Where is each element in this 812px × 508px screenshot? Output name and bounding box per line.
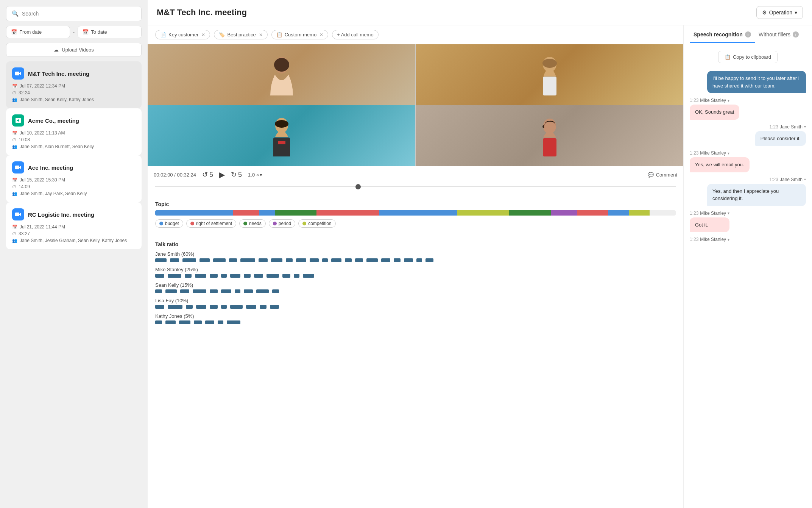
avatar-3 bbox=[148, 105, 415, 166]
svg-rect-2 bbox=[15, 166, 19, 169]
add-memo-label: + Add call memo bbox=[337, 32, 373, 38]
meeting-date-3: Jul 21, 2022 11:44 PM bbox=[20, 224, 65, 230]
tab-speech-recognition[interactable]: Speech recognition i bbox=[690, 25, 755, 43]
topic-pills: budgetright of settlementneedsperiodcomp… bbox=[155, 219, 676, 228]
bar-seg-0-9 bbox=[286, 258, 293, 262]
avatar-1 bbox=[148, 44, 415, 105]
meeting-card-2[interactable]: Ace Inc. meeting 📅Jul 15, 2022 15:30 PM … bbox=[6, 155, 142, 202]
bar-seg-1-0 bbox=[155, 274, 164, 278]
meeting-card-0[interactable]: M&T Tech Inc. meeting 📅Jul 07, 2022 12:3… bbox=[6, 61, 142, 108]
meeting-participants-2: Jane Smith, Jay Park, Sean Kelly bbox=[20, 191, 87, 196]
message-5-meta: 1:23 Jane Smith ▾ bbox=[707, 177, 806, 182]
tab-without-fillers[interactable]: Without fillers i bbox=[755, 25, 803, 43]
tag-close-1[interactable]: ✕ bbox=[259, 32, 263, 38]
bar-seg-0-5 bbox=[229, 258, 237, 262]
message-2-meta: 1:23 Mike Stanley ▾ bbox=[690, 98, 739, 103]
message-5: 1:23 Jane Smith ▾ Yes, and then I apprec… bbox=[707, 177, 806, 206]
topic-pill-4[interactable]: competition bbox=[298, 219, 335, 228]
bar-seg-3-3 bbox=[196, 305, 206, 309]
svg-rect-11 bbox=[278, 141, 285, 144]
speaker-bars-3 bbox=[155, 305, 676, 309]
meeting-card-3[interactable]: RC Logistic Inc. meeting 📅Jul 21, 2022 1… bbox=[6, 202, 142, 249]
topic-pill-3[interactable]: period bbox=[269, 219, 295, 228]
message-1: I'll be happy to send it to you later af… bbox=[707, 71, 806, 93]
speaker-list: Jane Smith (60%) Mike Stanley (25%) Sean… bbox=[155, 251, 676, 324]
comment-button[interactable]: 💬 Comment bbox=[648, 172, 677, 178]
play-button[interactable]: ▶ bbox=[219, 170, 225, 179]
speaker-row-3: Lisa Fay (10%) bbox=[155, 298, 676, 309]
meeting-title-3: RC Logistic Inc. meeting bbox=[28, 211, 94, 218]
topic-section: Topic budgetright of settlementneedsperi… bbox=[148, 197, 683, 237]
meeting-date-0: Jul 07, 2022 12:34 PM bbox=[20, 83, 65, 89]
speaker-bars-1 bbox=[155, 274, 676, 278]
bar-seg-4-3 bbox=[194, 320, 202, 324]
speaker-row-1: Mike Stanley (25%) bbox=[155, 267, 676, 278]
clipboard-button[interactable]: 📋 Copy to clipboard bbox=[718, 51, 778, 63]
svg-rect-10 bbox=[273, 138, 290, 156]
search-box[interactable]: 🔍 bbox=[6, 6, 142, 21]
bar-seg-1-3 bbox=[195, 274, 206, 278]
topic-pill-0[interactable]: budget bbox=[155, 219, 183, 228]
message-4: 1:23 Mike Stanley ▾ Yes, we will email y… bbox=[690, 150, 750, 172]
bar-seg-1-8 bbox=[254, 274, 263, 278]
tag-0[interactable]: 📄Key customer✕ bbox=[155, 30, 210, 39]
bar-seg-3-6 bbox=[230, 305, 243, 309]
bar-seg-0-15 bbox=[355, 258, 363, 262]
topic-pill-2[interactable]: needs bbox=[239, 219, 266, 228]
bar-seg-0-4 bbox=[213, 258, 226, 262]
pill-dot-0 bbox=[159, 222, 163, 225]
bar-seg-0-18 bbox=[394, 258, 401, 262]
bar-seg-0-21 bbox=[425, 258, 433, 262]
transcript-body: 📋 Copy to clipboard I'll be happy to sen… bbox=[684, 43, 812, 508]
video-cell-2 bbox=[416, 44, 683, 105]
bar-seg-0-3 bbox=[199, 258, 210, 262]
bar-seg-1-7 bbox=[244, 274, 251, 278]
speaker-bars-4 bbox=[155, 320, 676, 324]
speed-button[interactable]: 1.0 × ▾ bbox=[248, 172, 262, 178]
bar-seg-2-2 bbox=[180, 289, 189, 293]
pill-dot-1 bbox=[190, 222, 194, 225]
search-icon: 🔍 bbox=[12, 10, 19, 17]
bar-seg-0-2 bbox=[182, 258, 196, 262]
bar-seg-4-0 bbox=[155, 320, 162, 324]
pill-label-2: needs bbox=[249, 221, 262, 226]
tag-label-0: Key customer bbox=[168, 32, 198, 38]
meeting-icon-0 bbox=[12, 67, 24, 80]
meeting-title-2: Ace Inc. meeting bbox=[28, 164, 73, 171]
bar-seg-3-7 bbox=[246, 305, 256, 309]
topic-pill-1[interactable]: right of settlement bbox=[186, 219, 236, 228]
speech-info-icon: i bbox=[745, 31, 751, 38]
message-3-meta: 1:23 Jane Smith ▾ bbox=[755, 124, 806, 130]
bar-seg-3-5 bbox=[221, 305, 227, 309]
add-memo-btn[interactable]: + Add call memo bbox=[332, 30, 378, 39]
tag-close-2[interactable]: ✕ bbox=[320, 32, 323, 38]
content-area: 📄Key customer✕🏷️Best practice✕📋Custom me… bbox=[148, 25, 812, 508]
to-date-btn[interactable]: 📅 To date bbox=[78, 26, 142, 38]
speaker-name-2: Sean Kelly (15%) bbox=[155, 282, 676, 288]
bar-seg-2-3 bbox=[193, 289, 206, 293]
bar-seg-1-11 bbox=[294, 274, 299, 278]
pill-label-1: right of settlement bbox=[196, 221, 232, 226]
operation-button[interactable]: ⚙ Operation ▾ bbox=[756, 6, 803, 19]
search-input[interactable] bbox=[22, 11, 136, 17]
tag-2[interactable]: 📋Custom memo✕ bbox=[271, 30, 329, 39]
bar-seg-1-9 bbox=[267, 274, 279, 278]
tag-1[interactable]: 🏷️Best practice✕ bbox=[214, 30, 267, 39]
from-date-btn[interactable]: 📅 From date bbox=[6, 26, 70, 38]
meeting-card-1[interactable]: Acme Co., meeting 📅Jul 10, 2022 11:13 AM… bbox=[6, 108, 142, 155]
bar-seg-1-2 bbox=[185, 274, 192, 278]
bar-seg-0-14 bbox=[345, 258, 352, 262]
tag-close-0[interactable]: ✕ bbox=[201, 32, 205, 38]
meeting-icon-1 bbox=[12, 114, 24, 127]
message-6-bubble: Got it. bbox=[690, 217, 729, 233]
bar-seg-2-6 bbox=[235, 289, 240, 293]
bar-seg-0-6 bbox=[240, 258, 255, 262]
meeting-duration-2: 14:09 bbox=[19, 184, 30, 189]
operation-icon: ⚙ bbox=[762, 9, 767, 16]
forward-button[interactable]: ↻ 5 bbox=[231, 170, 242, 179]
upload-videos-btn[interactable]: ☁ Upload Videos bbox=[6, 43, 142, 57]
avatar-4 bbox=[416, 105, 683, 166]
rewind-button[interactable]: ↺ 5 bbox=[202, 170, 213, 179]
scrubber[interactable] bbox=[155, 183, 676, 191]
topic-timeline-bar bbox=[155, 210, 676, 216]
